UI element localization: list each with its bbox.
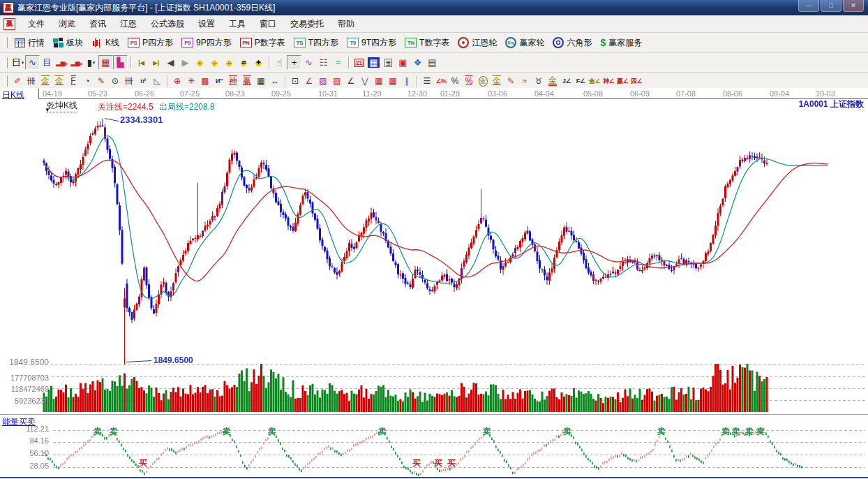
single-candle-selector[interactable]: ▮▾ bbox=[84, 55, 98, 70]
grid-123-icon[interactable]: ▦ bbox=[254, 75, 268, 88]
t-table-button[interactable]: TNT数字表 bbox=[401, 34, 454, 51]
parallel-lines-icon[interactable]: ∥ bbox=[400, 75, 414, 88]
menu-formula-pick[interactable]: 公式选股 bbox=[144, 15, 191, 32]
wave-a-icon[interactable]: ≈ bbox=[518, 75, 532, 88]
expand-all-diamond-icon[interactable]: ◆✚ bbox=[251, 55, 266, 70]
cup-icon[interactable]: ♉ bbox=[532, 75, 546, 88]
calculator-icon[interactable]: ▦ bbox=[366, 55, 381, 70]
fan-box-purple-icon[interactable]: ▨ bbox=[316, 75, 330, 88]
minimize-button[interactable]: — bbox=[798, 0, 819, 12]
gold-level-icon[interactable]: 金 bbox=[490, 75, 504, 88]
menu-settings[interactable]: 设置 bbox=[191, 15, 222, 32]
trend-angle-icon[interactable]: ∠ bbox=[344, 75, 358, 88]
red-grid-icon[interactable]: ▦ bbox=[372, 75, 386, 88]
menu-file[interactable]: 文件 bbox=[21, 15, 52, 32]
n-square-icon[interactable]: n² bbox=[136, 75, 150, 88]
sectors-button[interactable]: 板块 bbox=[49, 34, 87, 51]
single-candle-selector-dropdown-arrow[interactable]: ▾ bbox=[93, 60, 96, 66]
winner-service-button[interactable]: $赢家服务 bbox=[596, 34, 646, 51]
period-day-selector-dropdown-arrow[interactable]: ▾ bbox=[22, 60, 24, 66]
measure-draw-icon[interactable]: ✎ bbox=[94, 75, 108, 88]
gold-angle-icon[interactable]: 金∠ bbox=[588, 75, 601, 88]
percent-icon[interactable]: % bbox=[448, 75, 462, 88]
k-measure-icon[interactable]: И″ bbox=[212, 75, 226, 88]
web-update-icon[interactable]: ❖ bbox=[410, 55, 425, 70]
maximize-button[interactable]: □ bbox=[821, 0, 841, 12]
wave-pattern-icon[interactable]: ≈ bbox=[331, 55, 345, 70]
f10-info-icon[interactable]: 目 bbox=[40, 55, 54, 70]
menu-news[interactable]: 资讯 bbox=[82, 15, 113, 32]
menu-window[interactable]: 窗口 bbox=[253, 15, 283, 32]
golden-ratio-lines-icon[interactable]: 金 bbox=[38, 75, 52, 88]
kline-button[interactable]: K线 bbox=[87, 34, 124, 51]
width-arrows-icon[interactable]: ↔ bbox=[268, 75, 282, 88]
close-button[interactable]: ✕ bbox=[843, 0, 864, 12]
last-page-icon[interactable]: ▶| bbox=[149, 55, 163, 70]
gann-box-icon[interactable]: ⊡ bbox=[288, 75, 302, 88]
nine-t-square-button[interactable]: T99T四方形 bbox=[343, 34, 401, 51]
next-page-icon[interactable]: ▶ bbox=[178, 55, 193, 70]
ying-grid-icon[interactable]: 赢 bbox=[240, 75, 254, 88]
square-web-icon[interactable]: ▩ bbox=[198, 75, 212, 88]
quotes-button[interactable]: 行情 bbox=[10, 34, 49, 51]
angle-ruler-icon[interactable]: ◺ bbox=[150, 75, 164, 88]
pan-hand-icon[interactable]: ☝ bbox=[272, 55, 287, 70]
polyline-draw-icon[interactable]: ∿ bbox=[301, 55, 316, 70]
gold-underline-icon[interactable]: 金 bbox=[546, 75, 560, 88]
expand-h-diamond-icon[interactable]: ◆↔ bbox=[222, 55, 237, 70]
hexagon-button[interactable]: 六角形 bbox=[548, 34, 596, 51]
ink-angle-icon[interactable]: ✎ bbox=[504, 75, 518, 88]
menu-gann[interactable]: 江恩 bbox=[113, 15, 144, 32]
step-pattern-icon[interactable]: ☷ bbox=[316, 55, 331, 70]
prev-page-icon[interactable]: ◀ bbox=[163, 55, 178, 70]
v-line-icon[interactable]: ⋁ bbox=[358, 75, 372, 88]
target-circle-icon[interactable]: ⊕ bbox=[170, 75, 184, 88]
first-page-icon[interactable]: |◀ bbox=[134, 55, 149, 70]
gann-grid-lines-icon[interactable]: 卌 bbox=[24, 75, 38, 88]
compress-diamond-icon[interactable]: ◆⇄ bbox=[237, 55, 251, 70]
gann-wheel-button[interactable]: 江恩轮 bbox=[454, 34, 501, 51]
fibonacci-lines-icon[interactable]: F bbox=[66, 75, 80, 88]
draw-brush-icon[interactable]: ✐ bbox=[10, 75, 24, 88]
pane-label-kline[interactable]: 日K线 bbox=[2, 89, 24, 101]
crosshair-icon[interactable]: + bbox=[287, 55, 301, 70]
volume-profile-icon[interactable]: ▙ bbox=[113, 55, 128, 70]
j-angle-icon[interactable]: J∠ bbox=[560, 75, 574, 88]
menu-browse[interactable]: 浏览 bbox=[52, 15, 82, 32]
gold-circle-icon[interactable]: 金 bbox=[476, 75, 490, 88]
save-icon[interactable]: ▣ bbox=[396, 55, 410, 70]
fan-box-red-icon[interactable]: ▨ bbox=[330, 75, 344, 88]
chip-distribution-icon[interactable]: ▦ bbox=[98, 55, 113, 70]
nine-p-square-button[interactable]: P99P四方形 bbox=[177, 34, 236, 51]
si-angle-icon[interactable]: 四∠ bbox=[629, 75, 643, 88]
trend-pattern-icon[interactable]: ∿ bbox=[25, 55, 40, 70]
zoom-left-diamond-icon[interactable]: ◆← bbox=[193, 55, 207, 70]
price-lines-icon[interactable]: 卌 bbox=[122, 75, 136, 88]
percent-line-icon[interactable]: % bbox=[462, 75, 476, 88]
menu-help[interactable]: 帮助 bbox=[331, 15, 361, 32]
red-grid-axis-icon[interactable]: ▦ bbox=[386, 75, 400, 88]
f-angle-icon[interactable]: F∠ bbox=[574, 75, 588, 88]
p-square-button[interactable]: PSP四方形 bbox=[124, 34, 177, 51]
menu-tools[interactable]: 工具 bbox=[222, 15, 253, 32]
t-square-button[interactable]: TST四方形 bbox=[290, 34, 343, 51]
nine-bars-icon[interactable]: ▂▅₉ bbox=[69, 55, 84, 70]
qiankun-dropdown-icon[interactable]: ▼ bbox=[45, 107, 50, 113]
kline-chart-canvas[interactable] bbox=[0, 88, 868, 479]
notes-icon[interactable]: ≣ bbox=[381, 55, 396, 70]
period-day-selector[interactable]: 日▾ bbox=[10, 55, 25, 70]
scale-list-icon[interactable]: ☰ bbox=[420, 75, 434, 88]
golden-ratio-lines2-icon[interactable]: 金 bbox=[52, 75, 66, 88]
percent-angle-icon[interactable]: ∠% bbox=[434, 75, 448, 88]
print-icon[interactable]: ▤ bbox=[425, 55, 440, 70]
winner-wheel-button[interactable]: Big赢家轮 bbox=[501, 34, 548, 51]
shen-grid-icon[interactable]: 神 bbox=[226, 75, 240, 88]
three-bars-icon[interactable]: ▂▅₃ bbox=[54, 55, 69, 70]
spiral-icon[interactable]: ◔ bbox=[80, 75, 94, 88]
star-web-icon[interactable]: ✳ bbox=[184, 75, 198, 88]
qiankun-kline-selector[interactable]: 乾坤K线 bbox=[47, 100, 77, 112]
menu-trade[interactable]: 交易委托 bbox=[283, 15, 331, 32]
shen-angle-icon[interactable]: 神∠ bbox=[601, 75, 615, 88]
zoom-right-diamond-icon[interactable]: ◆→ bbox=[207, 55, 222, 70]
p-table-button[interactable]: PNP数字表 bbox=[236, 34, 290, 51]
